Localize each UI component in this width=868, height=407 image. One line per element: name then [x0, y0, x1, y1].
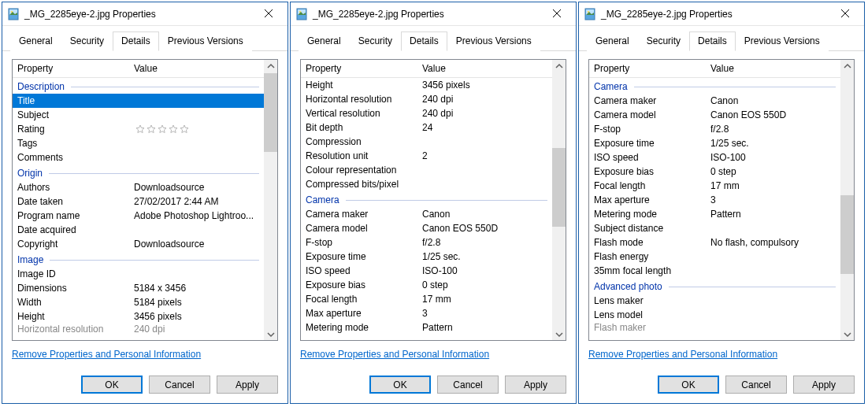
tab-general[interactable]: General — [587, 31, 638, 51]
property-row[interactable]: ISO speedISO-100 — [589, 150, 840, 165]
property-row[interactable]: Date taken27/02/2017 2:44 AM — [13, 194, 264, 209]
property-row[interactable]: Tags — [13, 136, 264, 150]
property-row[interactable]: Lens model — [589, 308, 840, 322]
property-row[interactable]: Flash modeNo flash, compulsory — [589, 235, 840, 250]
property-row[interactable]: Compressed bits/pixel — [301, 177, 552, 191]
property-row[interactable]: Exposure bias0 step — [301, 278, 552, 292]
scrollbar[interactable] — [264, 60, 277, 340]
property-row[interactable]: Camera modelCanon EOS 550D — [589, 108, 840, 122]
apply-button[interactable]: Apply — [793, 376, 855, 394]
property-row[interactable]: Dimensions5184 x 3456 — [13, 281, 264, 295]
tab-previous-versions[interactable]: Previous Versions — [447, 31, 540, 51]
property-row[interactable]: Max aperture3 — [301, 306, 552, 320]
tab-details[interactable]: Details — [689, 31, 736, 51]
property-row[interactable]: Comments — [13, 150, 264, 165]
property-row[interactable]: Camera makerCanon — [589, 94, 840, 108]
property-row[interactable]: Horizontal resolution240 dpi — [13, 324, 264, 335]
column-header-property[interactable]: Property — [13, 63, 131, 74]
property-row[interactable]: Image ID — [13, 267, 264, 281]
column-header-property[interactable]: Property — [301, 63, 419, 74]
property-row[interactable]: Flash energy — [589, 250, 840, 264]
scroll-track[interactable] — [264, 73, 277, 327]
property-value: ISO-100 — [419, 265, 552, 276]
tab-general[interactable]: General — [10, 31, 61, 51]
tab-previous-versions[interactable]: Previous Versions — [159, 31, 252, 51]
scroll-up-button[interactable] — [552, 60, 566, 73]
column-header-value[interactable]: Value — [419, 63, 552, 74]
property-row[interactable]: Resolution unit2 — [301, 149, 552, 163]
close-button[interactable] — [829, 3, 861, 25]
scroll-down-button[interactable] — [552, 327, 566, 340]
tab-security[interactable]: Security — [350, 31, 401, 51]
tab-security[interactable]: Security — [61, 31, 113, 51]
scroll-up-button[interactable] — [840, 60, 854, 73]
property-row[interactable]: Colour representation — [301, 163, 552, 177]
scroll-track[interactable] — [840, 73, 854, 327]
property-row[interactable]: Flash maker — [589, 322, 840, 333]
property-row[interactable]: Focal length17 mm — [301, 292, 552, 306]
property-row[interactable]: ISO speedISO-100 — [301, 264, 552, 278]
property-row[interactable]: Program nameAdobe Photoshop Lightroo... — [13, 209, 264, 223]
property-row[interactable]: Lens maker — [589, 294, 840, 308]
tab-details[interactable]: Details — [113, 31, 159, 51]
scroll-thumb[interactable] — [264, 73, 277, 152]
ok-button[interactable]: OK — [658, 376, 719, 394]
remove-properties-link[interactable]: Remove Properties and Personal Informati… — [12, 349, 201, 360]
property-row[interactable]: Exposure bias0 step — [589, 165, 840, 179]
scroll-thumb[interactable] — [552, 148, 566, 227]
column-header-value[interactable]: Value — [131, 63, 264, 74]
ok-button[interactable]: OK — [369, 376, 431, 394]
close-button[interactable] — [541, 3, 573, 25]
property-row[interactable]: Subject — [13, 108, 264, 122]
group-header: Advanced photo — [589, 278, 840, 294]
remove-properties-link[interactable]: Remove Properties and Personal Informati… — [300, 349, 489, 360]
property-row[interactable]: Exposure time1/25 sec. — [589, 136, 840, 150]
apply-button[interactable]: Apply — [217, 376, 278, 394]
property-row[interactable]: Height3456 pixels — [301, 78, 552, 92]
property-row[interactable]: Compression — [301, 135, 552, 149]
property-row[interactable]: Title — [13, 94, 264, 108]
scrollbar[interactable] — [840, 60, 854, 340]
property-row[interactable]: Bit depth24 — [301, 120, 552, 135]
property-row[interactable]: Vertical resolution240 dpi — [301, 106, 552, 120]
property-row[interactable]: CopyrightDownloadsource — [13, 237, 264, 251]
ok-button[interactable]: OK — [81, 376, 143, 394]
tab-previous-versions[interactable]: Previous Versions — [736, 31, 829, 51]
cancel-button[interactable]: Cancel — [725, 376, 787, 394]
property-row[interactable]: Max aperture3 — [589, 193, 840, 207]
tab-details[interactable]: Details — [401, 31, 447, 51]
property-row[interactable]: 35mm focal length — [589, 264, 840, 278]
scroll-down-button[interactable] — [840, 327, 854, 340]
scrollbar[interactable] — [552, 60, 566, 340]
property-row[interactable]: F-stopf/2.8 — [589, 122, 840, 136]
apply-button[interactable]: Apply — [505, 376, 566, 394]
property-row[interactable]: AuthorsDownloadsource — [13, 180, 264, 194]
column-header-property[interactable]: Property — [589, 63, 707, 74]
tab-security[interactable]: Security — [638, 31, 689, 51]
scroll-thumb[interactable] — [840, 195, 854, 274]
property-row[interactable]: F-stopf/2.8 — [301, 235, 552, 250]
property-row[interactable]: Exposure time1/25 sec. — [301, 250, 552, 264]
close-button[interactable] — [253, 3, 284, 25]
property-row[interactable]: Height3456 pixels — [13, 309, 264, 324]
scroll-up-button[interactable] — [264, 60, 277, 73]
column-header-value[interactable]: Value — [707, 63, 840, 74]
rating-stars[interactable] — [131, 124, 264, 134]
cancel-button[interactable]: Cancel — [437, 376, 499, 394]
scroll-track[interactable] — [552, 73, 566, 327]
property-row[interactable]: Focal length17 mm — [589, 179, 840, 193]
property-name: 35mm focal length — [589, 265, 707, 276]
scroll-down-button[interactable] — [264, 327, 277, 340]
cancel-button[interactable]: Cancel — [149, 376, 210, 394]
property-row[interactable]: Camera makerCanon — [301, 207, 552, 221]
tab-general[interactable]: General — [299, 31, 350, 51]
property-row[interactable]: Subject distance — [589, 221, 840, 235]
property-row[interactable]: Width5184 pixels — [13, 295, 264, 309]
property-row[interactable]: Metering modePattern — [301, 320, 552, 335]
remove-properties-link[interactable]: Remove Properties and Personal Informati… — [588, 349, 777, 360]
property-row[interactable]: Rating — [13, 122, 264, 136]
property-row[interactable]: Date acquired — [13, 223, 264, 237]
property-row[interactable]: Metering modePattern — [589, 207, 840, 221]
property-row[interactable]: Camera modelCanon EOS 550D — [301, 221, 552, 235]
property-row[interactable]: Horizontal resolution240 dpi — [301, 92, 552, 106]
